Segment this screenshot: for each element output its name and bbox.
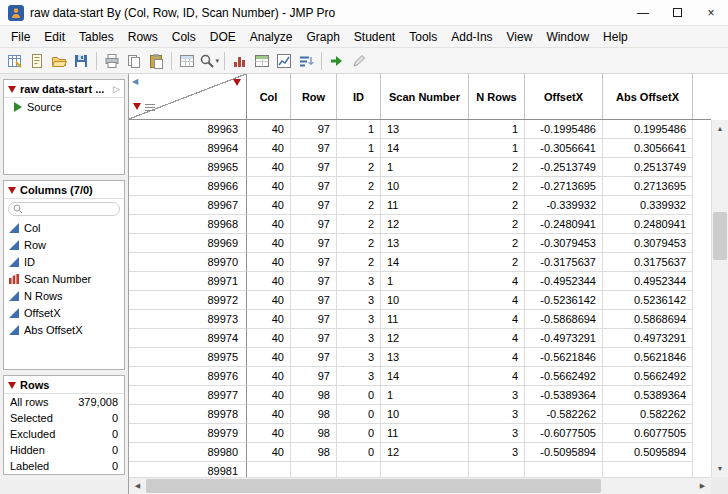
table-cell[interactable]: 98 bbox=[291, 424, 337, 443]
row-number-cell[interactable]: 89969 bbox=[129, 234, 247, 253]
table-row[interactable]: 8996740972112-0.3399320.339932 bbox=[129, 196, 711, 215]
table-cell[interactable]: 11 bbox=[381, 310, 469, 329]
scroll-right-icon[interactable]: ▶ bbox=[694, 478, 711, 494]
table-cell[interactable]: 0.5868694 bbox=[603, 310, 693, 329]
table-cell[interactable]: -0.3175637 bbox=[525, 253, 603, 272]
table-cell[interactable]: -0.6077505 bbox=[525, 424, 603, 443]
table-row[interactable]: 8996340971131-0.19954860.1995486 bbox=[129, 120, 711, 139]
table-cell[interactable]: 0.339932 bbox=[603, 196, 693, 215]
red-triangle-menu-icon[interactable] bbox=[8, 382, 16, 389]
table-cell[interactable]: 0.5621846 bbox=[603, 348, 693, 367]
table-cell[interactable] bbox=[337, 462, 381, 477]
table-cell[interactable]: 0.3079453 bbox=[603, 234, 693, 253]
table-cell[interactable]: 2 bbox=[337, 215, 381, 234]
column-header-row[interactable]: Row bbox=[291, 74, 337, 119]
table-row[interactable]: 8996440971141-0.30566410.3056641 bbox=[129, 139, 711, 158]
table-cell[interactable]: 3 bbox=[469, 443, 525, 462]
table-cell[interactable]: 3 bbox=[337, 310, 381, 329]
table-cell[interactable]: 40 bbox=[247, 405, 291, 424]
table-cell[interactable]: -0.339932 bbox=[525, 196, 603, 215]
table-row[interactable]: 8997040972142-0.31756370.3175637 bbox=[129, 253, 711, 272]
table-cell[interactable]: 13 bbox=[381, 234, 469, 253]
table-cell[interactable]: 2 bbox=[337, 253, 381, 272]
table-cell[interactable]: -0.5236142 bbox=[525, 291, 603, 310]
zoom-dropdown-caret-icon[interactable]: ▾ bbox=[215, 57, 219, 65]
table-cell[interactable]: 0.1995486 bbox=[603, 120, 693, 139]
table-cell[interactable]: 40 bbox=[247, 158, 291, 177]
menu-item-cols[interactable]: Cols bbox=[165, 28, 203, 46]
menu-item-help[interactable]: Help bbox=[596, 28, 635, 46]
table-cell[interactable]: -0.1995486 bbox=[525, 120, 603, 139]
table-row[interactable]: 8997640973144-0.56624920.5662492 bbox=[129, 367, 711, 386]
columns-panel-header[interactable]: Columns (7/0) bbox=[4, 181, 124, 199]
row-number-cell[interactable]: 89970 bbox=[129, 253, 247, 272]
table-cell[interactable]: 40 bbox=[247, 443, 291, 462]
table-cell[interactable]: -0.2480941 bbox=[525, 215, 603, 234]
annotate-icon[interactable] bbox=[348, 50, 370, 72]
row-number-cell[interactable]: 89974 bbox=[129, 329, 247, 348]
column-item-col[interactable]: Col bbox=[4, 219, 124, 236]
table-cell[interactable]: 3 bbox=[337, 329, 381, 348]
table-cell[interactable]: 40 bbox=[247, 234, 291, 253]
table-cell[interactable]: 4 bbox=[469, 367, 525, 386]
table-cell[interactable] bbox=[291, 462, 337, 477]
table-cell[interactable]: 0.4973291 bbox=[603, 329, 693, 348]
column-item-abs-offsetx[interactable]: Abs OffsetX bbox=[4, 321, 124, 338]
menu-item-analyze[interactable]: Analyze bbox=[243, 28, 300, 46]
table-cell[interactable]: 97 bbox=[291, 272, 337, 291]
horizontal-scrollbar[interactable]: ◀ ▶ bbox=[129, 477, 711, 494]
table-cell[interactable]: 0.3175637 bbox=[603, 253, 693, 272]
menu-item-tools[interactable]: Tools bbox=[402, 28, 444, 46]
table-cell[interactable]: 97 bbox=[291, 196, 337, 215]
table-row[interactable]: 8997940980113-0.60775050.6077505 bbox=[129, 424, 711, 443]
table-cell[interactable]: 12 bbox=[381, 443, 469, 462]
table-cell[interactable]: 0.2513749 bbox=[603, 158, 693, 177]
table-cell[interactable]: 97 bbox=[291, 215, 337, 234]
table-cell[interactable]: 14 bbox=[381, 367, 469, 386]
table-cell[interactable]: 2 bbox=[337, 158, 381, 177]
table-cell[interactable]: 40 bbox=[247, 291, 291, 310]
distribution-icon[interactable] bbox=[229, 50, 251, 72]
row-number-cell[interactable]: 89971 bbox=[129, 272, 247, 291]
scroll-down-icon[interactable]: ▼ bbox=[712, 460, 728, 477]
row-number-cell[interactable]: 89973 bbox=[129, 310, 247, 329]
table-cell[interactable]: 0.2713695 bbox=[603, 177, 693, 196]
table-cell[interactable]: 2 bbox=[469, 196, 525, 215]
table-cell[interactable]: 97 bbox=[291, 177, 337, 196]
table-cell[interactable]: 4 bbox=[469, 310, 525, 329]
row-number-cell[interactable]: 89965 bbox=[129, 158, 247, 177]
table-row[interactable]: 8996840972122-0.24809410.2480941 bbox=[129, 215, 711, 234]
table-cell[interactable]: 0 bbox=[337, 424, 381, 443]
column-item-scan-number[interactable]: Scan Number bbox=[4, 270, 124, 287]
menu-item-tables[interactable]: Tables bbox=[72, 28, 121, 46]
menu-item-doe[interactable]: DOE bbox=[203, 28, 243, 46]
rows-panel-header[interactable]: Rows bbox=[4, 376, 124, 394]
table-cell[interactable] bbox=[247, 462, 291, 477]
table-cell[interactable]: 1 bbox=[381, 158, 469, 177]
table-cell[interactable]: -0.5621846 bbox=[525, 348, 603, 367]
row-number-cell[interactable]: 89966 bbox=[129, 177, 247, 196]
table-cell[interactable]: 40 bbox=[247, 253, 291, 272]
row-number-cell[interactable]: 89963 bbox=[129, 120, 247, 139]
table-cell[interactable]: 0.3056641 bbox=[603, 139, 693, 158]
table-cell[interactable]: 97 bbox=[291, 348, 337, 367]
vertical-scrollbar[interactable]: ▲ ▼ bbox=[711, 120, 728, 477]
table-cell[interactable]: -0.3079453 bbox=[525, 234, 603, 253]
column-item-offsetx[interactable]: OffsetX bbox=[4, 304, 124, 321]
table-cell[interactable]: 3 bbox=[337, 367, 381, 386]
scroll-up-icon[interactable]: ▲ bbox=[712, 120, 728, 137]
table-panel-header[interactable]: raw data-start ... ▷ bbox=[4, 80, 124, 98]
table-cell[interactable]: 40 bbox=[247, 329, 291, 348]
graph-builder-icon[interactable] bbox=[273, 50, 295, 72]
table-cell[interactable]: 2 bbox=[337, 234, 381, 253]
table-cell[interactable]: 40 bbox=[247, 120, 291, 139]
close-button[interactable]: × bbox=[694, 0, 728, 25]
column-header-n-rows[interactable]: N Rows bbox=[469, 74, 525, 119]
panel-expand-icon[interactable]: ▷ bbox=[113, 84, 120, 94]
table-row[interactable]: 89981 bbox=[129, 462, 711, 477]
save-icon[interactable] bbox=[70, 50, 92, 72]
table-cell[interactable]: 0 bbox=[337, 405, 381, 424]
columns-red-triangle-icon[interactable] bbox=[233, 79, 241, 86]
column-item-row[interactable]: Row bbox=[4, 236, 124, 253]
table-cell[interactable]: 0.4952344 bbox=[603, 272, 693, 291]
